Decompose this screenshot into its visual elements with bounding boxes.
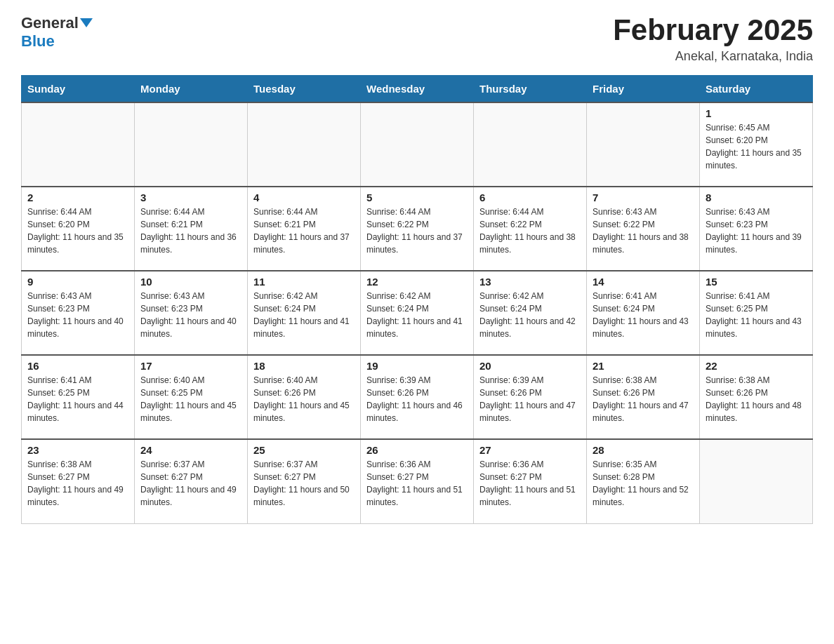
page-header: General Blue February 2025 Anekal, Karna… <box>21 14 813 64</box>
day-number: 4 <box>253 192 355 203</box>
day-number: 10 <box>140 276 241 288</box>
day-number: 17 <box>140 360 241 372</box>
day-info: Sunrise: 6:42 AM Sunset: 6:24 PM Dayligh… <box>479 290 581 340</box>
day-number: 1 <box>706 107 807 119</box>
day-number: 28 <box>593 444 694 456</box>
table-row: 19Sunrise: 6:39 AM Sunset: 6:26 PM Dayli… <box>361 355 474 439</box>
calendar-week-row: 1Sunrise: 6:45 AM Sunset: 6:20 PM Daylig… <box>22 102 813 187</box>
day-info: Sunrise: 6:44 AM Sunset: 6:21 PM Dayligh… <box>253 206 355 256</box>
table-row: 17Sunrise: 6:40 AM Sunset: 6:25 PM Dayli… <box>135 355 248 439</box>
day-info: Sunrise: 6:40 AM Sunset: 6:25 PM Dayligh… <box>140 374 241 424</box>
day-info: Sunrise: 6:43 AM Sunset: 6:23 PM Dayligh… <box>140 290 241 340</box>
weekday-header-row: Sunday Monday Tuesday Wednesday Thursday… <box>22 76 813 103</box>
day-number: 18 <box>253 360 355 372</box>
table-row <box>361 102 474 187</box>
table-row: 14Sunrise: 6:41 AM Sunset: 6:24 PM Dayli… <box>587 271 700 355</box>
day-info: Sunrise: 6:37 AM Sunset: 6:27 PM Dayligh… <box>253 458 355 509</box>
table-row: 6Sunrise: 6:44 AM Sunset: 6:22 PM Daylig… <box>474 187 587 271</box>
day-info: Sunrise: 6:41 AM Sunset: 6:24 PM Dayligh… <box>593 290 694 340</box>
calendar-title-area: February 2025 Anekal, Karnataka, India <box>613 14 813 64</box>
header-sunday: Sunday <box>22 76 135 103</box>
month-title: February 2025 <box>613 14 813 46</box>
day-number: 21 <box>593 360 694 372</box>
day-info: Sunrise: 6:44 AM Sunset: 6:21 PM Dayligh… <box>140 206 241 256</box>
table-row: 25Sunrise: 6:37 AM Sunset: 6:27 PM Dayli… <box>248 439 361 523</box>
day-number: 14 <box>593 276 694 288</box>
day-number: 16 <box>27 360 128 372</box>
day-info: Sunrise: 6:41 AM Sunset: 6:25 PM Dayligh… <box>27 374 128 424</box>
day-number: 9 <box>27 276 128 288</box>
header-tuesday: Tuesday <box>248 76 361 103</box>
table-row: 26Sunrise: 6:36 AM Sunset: 6:27 PM Dayli… <box>361 439 474 523</box>
table-row: 2Sunrise: 6:44 AM Sunset: 6:20 PM Daylig… <box>22 187 135 271</box>
day-number: 11 <box>253 276 355 288</box>
day-number: 8 <box>706 192 807 203</box>
table-row <box>248 102 361 187</box>
table-row <box>474 102 587 187</box>
table-row: 20Sunrise: 6:39 AM Sunset: 6:26 PM Dayli… <box>474 355 587 439</box>
day-number: 26 <box>366 444 468 456</box>
calendar-week-row: 2Sunrise: 6:44 AM Sunset: 6:20 PM Daylig… <box>22 187 813 271</box>
table-row <box>135 102 248 187</box>
day-number: 20 <box>479 360 581 372</box>
calendar-week-row: 23Sunrise: 6:38 AM Sunset: 6:27 PM Dayli… <box>22 439 813 523</box>
table-row: 12Sunrise: 6:42 AM Sunset: 6:24 PM Dayli… <box>361 271 474 355</box>
day-number: 5 <box>366 192 468 203</box>
table-row: 3Sunrise: 6:44 AM Sunset: 6:21 PM Daylig… <box>135 187 248 271</box>
calendar-week-row: 16Sunrise: 6:41 AM Sunset: 6:25 PM Dayli… <box>22 355 813 439</box>
day-info: Sunrise: 6:42 AM Sunset: 6:24 PM Dayligh… <box>253 290 355 340</box>
day-number: 6 <box>479 192 581 203</box>
table-row: 9Sunrise: 6:43 AM Sunset: 6:23 PM Daylig… <box>22 271 135 355</box>
table-row: 15Sunrise: 6:41 AM Sunset: 6:25 PM Dayli… <box>700 271 813 355</box>
table-row: 28Sunrise: 6:35 AM Sunset: 6:28 PM Dayli… <box>587 439 700 523</box>
day-info: Sunrise: 6:40 AM Sunset: 6:26 PM Dayligh… <box>253 374 355 424</box>
day-number: 23 <box>27 444 128 456</box>
header-monday: Monday <box>135 76 248 103</box>
table-row: 24Sunrise: 6:37 AM Sunset: 6:27 PM Dayli… <box>135 439 248 523</box>
day-info: Sunrise: 6:43 AM Sunset: 6:22 PM Dayligh… <box>593 206 694 256</box>
table-row: 27Sunrise: 6:36 AM Sunset: 6:27 PM Dayli… <box>474 439 587 523</box>
day-info: Sunrise: 6:41 AM Sunset: 6:25 PM Dayligh… <box>706 290 807 340</box>
day-info: Sunrise: 6:35 AM Sunset: 6:28 PM Dayligh… <box>593 458 694 509</box>
table-row: 13Sunrise: 6:42 AM Sunset: 6:24 PM Dayli… <box>474 271 587 355</box>
day-info: Sunrise: 6:38 AM Sunset: 6:27 PM Dayligh… <box>27 458 128 509</box>
header-saturday: Saturday <box>700 76 813 103</box>
location-subtitle: Anekal, Karnataka, India <box>613 49 813 64</box>
day-number: 3 <box>140 192 241 203</box>
header-friday: Friday <box>587 76 700 103</box>
header-thursday: Thursday <box>474 76 587 103</box>
logo: General Blue <box>21 14 93 51</box>
logo-blue-text: Blue <box>21 32 55 51</box>
day-info: Sunrise: 6:44 AM Sunset: 6:20 PM Dayligh… <box>27 206 128 256</box>
day-info: Sunrise: 6:44 AM Sunset: 6:22 PM Dayligh… <box>479 206 581 256</box>
day-info: Sunrise: 6:39 AM Sunset: 6:26 PM Dayligh… <box>366 374 468 424</box>
day-info: Sunrise: 6:39 AM Sunset: 6:26 PM Dayligh… <box>479 374 581 424</box>
day-info: Sunrise: 6:42 AM Sunset: 6:24 PM Dayligh… <box>366 290 468 340</box>
table-row: 5Sunrise: 6:44 AM Sunset: 6:22 PM Daylig… <box>361 187 474 271</box>
day-info: Sunrise: 6:43 AM Sunset: 6:23 PM Dayligh… <box>706 206 807 256</box>
table-row: 7Sunrise: 6:43 AM Sunset: 6:22 PM Daylig… <box>587 187 700 271</box>
day-info: Sunrise: 6:37 AM Sunset: 6:27 PM Dayligh… <box>140 458 241 509</box>
logo-triangle-icon <box>80 18 93 27</box>
table-row: 8Sunrise: 6:43 AM Sunset: 6:23 PM Daylig… <box>700 187 813 271</box>
day-info: Sunrise: 6:43 AM Sunset: 6:23 PM Dayligh… <box>27 290 128 340</box>
table-row <box>700 439 813 523</box>
table-row <box>22 102 135 187</box>
day-number: 27 <box>479 444 581 456</box>
day-number: 13 <box>479 276 581 288</box>
table-row: 22Sunrise: 6:38 AM Sunset: 6:26 PM Dayli… <box>700 355 813 439</box>
day-number: 19 <box>366 360 468 372</box>
day-number: 7 <box>593 192 694 203</box>
day-number: 15 <box>706 276 807 288</box>
day-info: Sunrise: 6:38 AM Sunset: 6:26 PM Dayligh… <box>593 374 694 424</box>
table-row: 18Sunrise: 6:40 AM Sunset: 6:26 PM Dayli… <box>248 355 361 439</box>
day-info: Sunrise: 6:44 AM Sunset: 6:22 PM Dayligh… <box>366 206 468 256</box>
table-row: 23Sunrise: 6:38 AM Sunset: 6:27 PM Dayli… <box>22 439 135 523</box>
header-wednesday: Wednesday <box>361 76 474 103</box>
day-number: 12 <box>366 276 468 288</box>
table-row: 10Sunrise: 6:43 AM Sunset: 6:23 PM Dayli… <box>135 271 248 355</box>
day-number: 25 <box>253 444 355 456</box>
day-info: Sunrise: 6:38 AM Sunset: 6:26 PM Dayligh… <box>706 374 807 424</box>
table-row: 11Sunrise: 6:42 AM Sunset: 6:24 PM Dayli… <box>248 271 361 355</box>
table-row <box>587 102 700 187</box>
